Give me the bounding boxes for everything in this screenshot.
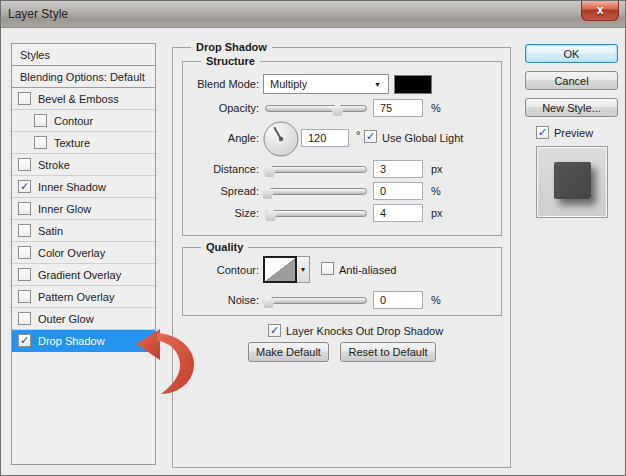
angle-input[interactable]	[301, 129, 349, 147]
anti-aliased-label: Anti-aliased	[339, 264, 396, 276]
distance-label: Distance:	[169, 163, 259, 175]
style-item-texture[interactable]: Texture	[12, 132, 155, 154]
structure-group-title: Structure	[201, 55, 260, 67]
annotation-arrow	[132, 327, 200, 397]
checkbox[interactable]: ✓	[18, 180, 31, 193]
checkbox[interactable]	[18, 224, 31, 237]
close-button[interactable]: x	[581, 1, 619, 21]
checkbox[interactable]	[18, 202, 31, 215]
checkbox[interactable]	[18, 246, 31, 259]
style-item-gradient-overlay[interactable]: Gradient Overlay	[12, 264, 155, 286]
make-default-button[interactable]: Make Default	[248, 342, 329, 362]
use-global-light-checkbox[interactable]: ✓	[364, 130, 377, 143]
distance-slider-track[interactable]	[265, 166, 367, 173]
blend-mode-value: Multiply	[270, 78, 307, 90]
style-item-pattern-overlay[interactable]: Pattern Overlay	[12, 286, 155, 308]
noise-slider-track[interactable]	[265, 297, 367, 304]
style-item-color-overlay[interactable]: Color Overlay	[12, 242, 155, 264]
preview-checkbox[interactable]: ✓	[536, 126, 549, 139]
size-unit: px	[431, 207, 443, 219]
preview-thumbnail	[536, 146, 608, 218]
layer-style-dialog: Layer Style x StylesBlending Options: De…	[0, 0, 626, 476]
opacity-unit: %	[431, 102, 441, 114]
reset-to-default-button[interactable]: Reset to Default	[340, 342, 436, 362]
blend-mode-select[interactable]: Multiply ▼	[263, 74, 389, 94]
section-title: Drop Shadow	[191, 41, 272, 53]
noise-input[interactable]	[373, 291, 423, 309]
distance-input[interactable]	[373, 160, 423, 178]
style-item-inner-shadow[interactable]: ✓Inner Shadow	[12, 176, 155, 198]
chevron-down-icon: ▾	[301, 265, 305, 274]
contour-label: Contour:	[169, 264, 259, 276]
style-item-label: Satin	[38, 225, 63, 237]
style-item-label: Stroke	[38, 159, 70, 171]
style-item-satin[interactable]: Satin	[12, 220, 155, 242]
dialog-title: Layer Style	[8, 7, 68, 21]
style-item-label: Inner Shadow	[38, 181, 106, 193]
shadow-color-swatch[interactable]	[394, 75, 432, 94]
style-item-label: Gradient Overlay	[38, 269, 121, 281]
style-item-label: Styles	[20, 49, 50, 61]
style-item-contour[interactable]: Contour	[12, 110, 155, 132]
checkbox[interactable]	[18, 290, 31, 303]
new-style-button[interactable]: New Style...	[525, 98, 618, 117]
style-item-inner-glow[interactable]: Inner Glow	[12, 198, 155, 220]
chevron-down-icon: ▼	[374, 81, 381, 88]
ok-button[interactable]: OK	[525, 44, 618, 63]
spread-label: Spread:	[169, 185, 259, 197]
blend-mode-label: Blend Mode:	[169, 78, 259, 90]
opacity-slider-track[interactable]	[265, 105, 367, 112]
style-item-blending-options-default[interactable]: Blending Options: Default	[12, 66, 155, 88]
noise-label: Noise:	[169, 294, 259, 306]
style-item-label: Drop Shadow	[38, 335, 105, 347]
style-item-label: Bevel & Emboss	[38, 93, 119, 105]
distance-unit: px	[431, 163, 443, 175]
style-item-label: Contour	[54, 115, 93, 127]
layer-knocks-out-label: Layer Knocks Out Drop Shadow	[286, 325, 443, 337]
opacity-label: Opacity:	[169, 102, 259, 114]
style-item-label: Pattern Overlay	[38, 291, 114, 303]
style-item-label: Blending Options: Default	[20, 71, 145, 83]
opacity-input[interactable]	[373, 99, 423, 117]
style-item-label: Inner Glow	[38, 203, 91, 215]
preview-label: Preview	[554, 127, 593, 139]
preview-shadow-sample	[554, 162, 591, 199]
style-item-label: Outer Glow	[38, 313, 94, 325]
size-slider-track[interactable]	[265, 210, 367, 217]
angle-unit: °	[356, 129, 360, 141]
spread-slider-track[interactable]	[265, 188, 367, 195]
size-label: Size:	[169, 207, 259, 219]
checkbox[interactable]	[18, 268, 31, 281]
checkbox[interactable]	[18, 92, 31, 105]
style-item-label: Color Overlay	[38, 247, 105, 259]
size-input[interactable]	[373, 204, 423, 222]
style-item-styles[interactable]: Styles	[12, 44, 155, 66]
close-icon: x	[597, 3, 604, 17]
styles-list: StylesBlending Options: DefaultBevel & E…	[11, 43, 156, 465]
anti-aliased-checkbox[interactable]	[321, 262, 334, 275]
use-global-light-label: Use Global Light	[382, 132, 463, 144]
layer-knocks-out-checkbox[interactable]: ✓	[268, 324, 281, 337]
checkbox[interactable]	[18, 312, 31, 325]
quality-group-title: Quality	[201, 241, 248, 253]
angle-dial[interactable]	[263, 121, 299, 157]
checkbox[interactable]	[34, 136, 47, 149]
checkbox[interactable]	[18, 158, 31, 171]
checkbox[interactable]	[34, 114, 47, 127]
noise-unit: %	[431, 294, 441, 306]
style-item-bevel-emboss[interactable]: Bevel & Emboss	[12, 88, 155, 110]
style-item-stroke[interactable]: Stroke	[12, 154, 155, 176]
cancel-button[interactable]: Cancel	[525, 71, 618, 90]
title-bar: Layer Style x	[1, 1, 625, 28]
style-item-label: Texture	[54, 137, 90, 149]
spread-input[interactable]	[373, 182, 423, 200]
spread-unit: %	[431, 185, 441, 197]
checkbox[interactable]: ✓	[18, 334, 31, 347]
contour-picker[interactable]	[263, 256, 297, 283]
contour-dropdown-button[interactable]: ▾	[297, 256, 310, 283]
angle-label: Angle:	[169, 132, 259, 144]
